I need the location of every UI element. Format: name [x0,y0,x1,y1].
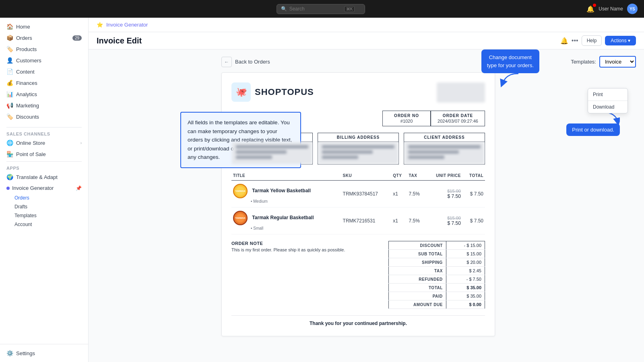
sidebar-item-content[interactable]: 📄 Content [0,66,88,77]
invoice-bottom: ORDER NOTE This is my first order. Pleas… [231,241,485,309]
dropdown-print[interactable]: Print [588,88,627,101]
content-area: ⭐ Invoice Generator Invoice Edit 🔔 ••• H… [89,18,644,362]
totals-table: DISCOUNT - $ 15.00 SUB TOTAL $ 15.00 SHI… [388,241,485,309]
pin-icon: 📌 [76,185,82,191]
col-total: TOTAL [462,171,485,181]
sidebar-sub-item-templates[interactable]: Templates [0,211,88,220]
client-address-content[interactable] [404,142,485,164]
breadcrumb: ⭐ Invoice Generator [89,18,644,32]
user-avatar[interactable]: YS [627,4,638,14]
search-bar[interactable]: 🔍 ⌘K [277,4,365,14]
billing-address-box: BILLING ADDRESS [318,133,399,165]
bell-icon-header[interactable]: 🔔 [560,37,568,45]
notification-bell[interactable]: 🔔 [586,5,594,13]
logo-icon: 🐙 [231,82,251,102]
more-options-icon[interactable]: ••• [572,37,578,44]
template-select[interactable]: Invoice Estimate Receipt [599,56,636,68]
total-row-total: TOTAL $ 35.00 [389,284,485,292]
discounts-icon: 🏷️ [6,113,13,120]
orders-badge: 29 [72,35,82,41]
search-input[interactable] [289,6,342,12]
item-2-tax[interactable]: 7.5% [407,208,426,234]
sidebar-item-discounts[interactable]: 🏷️ Discounts [0,111,88,122]
home-icon: 🏠 [6,23,13,30]
total-row-paid: PAID $ 35.00 [389,292,485,300]
breadcrumb-icon: ⭐ [97,22,103,28]
dropdown-download[interactable]: Download [588,101,627,113]
invoice-meta: ORDER NO #1020 ORDER DATE 2024/03/07 09:… [382,111,485,126]
item-1-sku[interactable]: TRMK93784517 [341,181,392,208]
translate-icon: 🌍 [6,174,13,180]
orders-icon: 📦 [6,35,13,41]
sidebar-item-analytics[interactable]: 📊 Analytics [0,88,88,100]
order-note: ORDER NOTE This is my first order. Pleas… [231,241,380,309]
total-row-amount-due: AMOUNT DUE $ 0.00 [389,300,485,309]
sidebar: 🏠 Home 📦 Orders 29 🏷️ Products 👤 Custome… [0,18,89,362]
annotation-print-text: Print or download. [566,123,620,136]
item-1-thumb: TARMAK [233,184,248,198]
total-row-refunded: REFUNDED - $ 7.50 [389,275,485,284]
page-title-bar: Invoice Edit 🔔 ••• Help Actions ▾ Print … [89,32,644,49]
sidebar-item-online-store[interactable]: 🌐 Online Store › [0,137,88,148]
company-address-blurred [437,82,485,103]
total-row-subtotal: SUB TOTAL $ 15.00 [389,250,485,258]
total-row-tax: TAX $ 2.45 [389,267,485,275]
analytics-icon: 📊 [6,91,13,97]
sidebar-item-settings[interactable]: ⚙️ Settings [0,348,88,359]
help-button[interactable]: Help [582,35,602,46]
sidebar-sub-item-account[interactable]: Account [0,220,88,229]
online-store-icon: 🌐 [6,140,13,146]
item-1-tax[interactable]: 7.5% [407,181,426,208]
sales-channels-title: Sales channels [0,129,88,137]
topbar-right: 🔔 User Name YS [586,4,638,14]
item-2-title[interactable]: TARMAK Tarmak Regular Basketball Small [231,208,341,234]
col-unit-price: UNIT PRICE [426,171,462,181]
products-icon: 🏷️ [6,46,13,52]
sidebar-sub-item-drafts[interactable]: Drafts [0,202,88,211]
back-to-orders-button[interactable]: ← Back to Orders [221,57,270,67]
company-name[interactable]: SHOPTOPUS [255,87,314,97]
sidebar-item-customers[interactable]: 👤 Customers [0,55,88,66]
sidebar-item-invoice-generator[interactable]: Invoice Generator 📌 [0,183,88,193]
order-no-box: ORDER NO #1020 [382,111,431,126]
sidebar-item-marketing[interactable]: 📢 Marketing [0,100,88,111]
item-1-title[interactable]: TARMAK Tarmak Yellow Basketball Medium [231,181,341,208]
sidebar-item-products[interactable]: 🏷️ Products [0,43,88,55]
item-1-total[interactable]: $ 7.50 [462,181,485,208]
sidebar-item-translate[interactable]: 🌍 Translate & Adapt [0,171,88,183]
item-1-qty[interactable]: x1 [391,181,407,208]
settings-icon: ⚙️ [6,350,13,356]
sidebar-item-point-of-sale[interactable]: 🏪 Point of Sale [0,148,88,160]
finances-icon: 💰 [6,80,13,86]
actions-button[interactable]: Actions ▾ [605,36,636,45]
col-title: TITLE [231,171,341,181]
item-2-unit-price[interactable]: $15.00 $ 7.50 [426,208,462,234]
sidebar-item-home[interactable]: 🏠 Home [0,21,88,32]
item-2-total[interactable]: $ 7.50 [462,208,485,234]
item-2-qty[interactable]: x1 [391,208,407,234]
billing-address-content[interactable] [318,142,398,164]
breadcrumb-parent[interactable]: Invoice Generator [106,22,148,28]
sidebar-sub-item-orders[interactable]: Orders [0,193,88,202]
annotation-change-doc: Change document type for your orders. [481,49,539,88]
shipping-address-content[interactable] [232,142,312,164]
search-icon: 🔍 [281,6,287,12]
table-row: TARMAK Tarmak Yellow Basketball Medium T… [231,181,485,208]
templates-label: Templates: [571,59,596,65]
item-1-unit-price[interactable]: $15.00 $ 7.50 [426,181,462,208]
chevron-right-icon: › [80,141,82,145]
table-row: TARMAK Tarmak Regular Basketball Small T… [231,208,485,234]
annotation-print: Print or download. [566,110,620,136]
arrow-change-doc [498,72,522,88]
item-2-sku[interactable]: TRMK7216531 [341,208,392,234]
back-arrow-icon: ← [221,57,232,67]
apps-title: Apps [0,163,88,171]
sidebar-item-finances[interactable]: 💰 Finances [0,77,88,88]
topbar: 🔍 ⌘K 🔔 User Name YS [0,0,644,18]
col-sku: SKU [341,171,392,181]
invoice-generator-dot [6,187,10,190]
sidebar-item-orders[interactable]: 📦 Orders 29 [0,32,88,43]
annotation-change-doc-text: Change document type for your orders. [481,49,539,73]
invoice-logo: 🐙 SHOPTOPUS [231,82,314,102]
col-qty: QTY [391,171,407,181]
